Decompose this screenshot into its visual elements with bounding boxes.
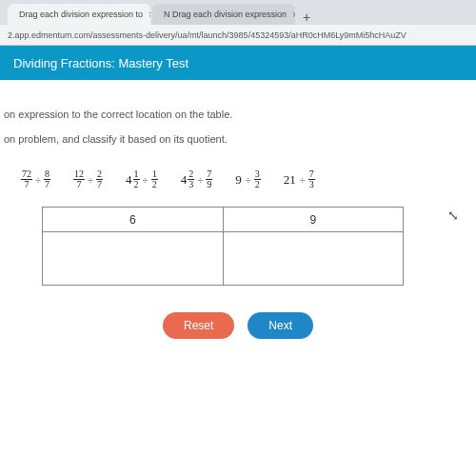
drop-zone[interactable] <box>223 232 404 286</box>
new-tab-button[interactable]: + <box>297 10 316 25</box>
table-header: 9 <box>223 208 404 232</box>
close-icon[interactable]: × <box>292 10 295 20</box>
reset-button[interactable]: Reset <box>163 312 234 339</box>
next-button[interactable]: Next <box>248 312 313 339</box>
tab-label: N Drag each division expression <box>164 10 287 19</box>
lesson-title: Dividing Fractions: Mastery Test <box>13 56 188 70</box>
table-header: 6 <box>43 208 224 232</box>
close-icon[interactable]: × <box>149 10 150 20</box>
instruction-line: on problem, and classify it based on its… <box>4 133 476 145</box>
address-bar[interactable]: 2.app.edmentum.com/assessments-delivery/… <box>0 25 476 46</box>
browser-tab-strip: Drag each division expression to × N Dra… <box>0 0 476 25</box>
url-text: 2.app.edmentum.com/assessments-delivery/… <box>8 30 407 40</box>
instruction-line: on expression to the correct location on… <box>4 109 476 120</box>
tab-label: Drag each division expression to <box>19 10 143 19</box>
drop-table: 6 9 <box>42 207 404 286</box>
instructions: on expression to the correct location on… <box>0 80 476 145</box>
lesson-header: Dividing Fractions: Mastery Test <box>0 46 476 80</box>
expression-tile[interactable]: 127÷27 <box>73 169 103 189</box>
button-row: Reset Next <box>0 312 476 339</box>
browser-tab-inactive[interactable]: N Drag each division expression × <box>152 4 295 25</box>
drop-zone[interactable] <box>43 232 224 286</box>
browser-tab-active[interactable]: Drag each division expression to × <box>8 4 150 25</box>
expression-tile[interactable]: 727÷87 <box>21 169 50 189</box>
expression-tile[interactable]: 423÷79 <box>181 169 213 189</box>
expression-tile[interactable]: 21÷73 <box>284 169 315 189</box>
page-content: Dividing Fractions: Mastery Test on expr… <box>0 46 476 476</box>
expression-tile[interactable]: 412÷12 <box>126 169 158 189</box>
expression-tile[interactable]: 9÷32 <box>235 169 261 189</box>
draggable-tile-row: 727÷87127÷27412÷12423÷799÷3221÷73 <box>0 158 476 207</box>
cursor-icon: ⤡ <box>447 208 459 223</box>
